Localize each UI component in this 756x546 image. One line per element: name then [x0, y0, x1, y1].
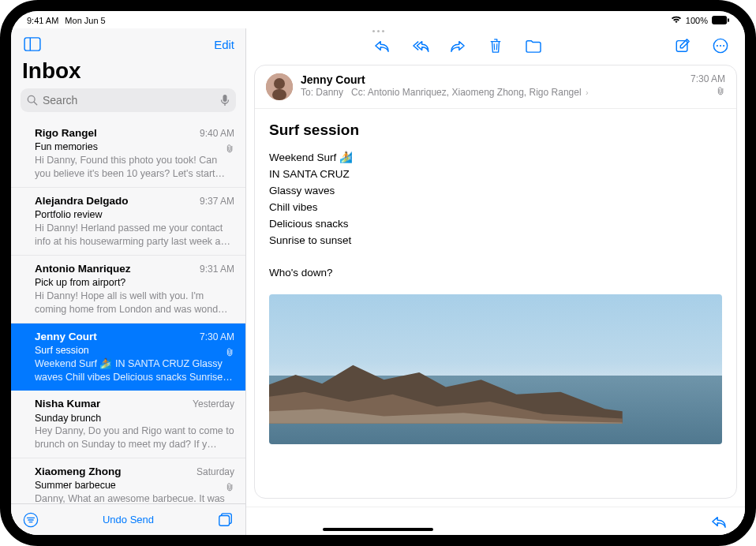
- message-sender: Rigo Rangel: [35, 126, 97, 140]
- chevron-right-icon: ›: [586, 88, 589, 97]
- message-row[interactable]: Jenny Court7:30 AMSurf sessionWeekend Su…: [11, 323, 245, 391]
- search-input[interactable]: [43, 94, 215, 107]
- message-subject: Fun memories: [35, 140, 234, 154]
- mail-time: 7:30 AM: [691, 73, 725, 84]
- status-time: 9:41 AM: [27, 16, 58, 25]
- message-subject: Surf session: [35, 344, 234, 357]
- svg-point-18: [717, 45, 718, 47]
- attachment-icon: [226, 347, 234, 361]
- reply-all-button[interactable]: [410, 36, 430, 56]
- compose-button[interactable]: [672, 36, 693, 56]
- status-date: Mon Jun 5: [65, 16, 105, 25]
- message-preview: Danny, What an awesome barbecue. It was …: [35, 492, 234, 503]
- detail-toolbar: [246, 32, 745, 60]
- message-row[interactable]: Rigo Rangel9:40 AMFun memoriesHi Danny, …: [11, 120, 245, 188]
- message-subject: Summer barbecue: [35, 479, 234, 492]
- battery-pct: 100%: [686, 16, 708, 25]
- message-preview: Hi Danny, Found this photo you took! Can…: [35, 154, 234, 181]
- mail-header[interactable]: Jenny Court To: Danny Cc: Antonio Manriq…: [255, 65, 736, 109]
- mail-subject: Surf session: [255, 109, 736, 142]
- message-preview: Hi Danny! Herland passed me your contact…: [35, 222, 234, 249]
- svg-point-20: [723, 45, 724, 47]
- message-subject: Portfolio review: [35, 208, 234, 222]
- recipients-line[interactable]: To: Danny Cc: Antonio Manriquez, Xiaomen…: [301, 87, 683, 98]
- message-sender: Xiaomeng Zhong: [35, 465, 122, 479]
- detail-bottom-bar: [246, 507, 745, 535]
- message-row[interactable]: Xiaomeng ZhongSaturdaySummer barbecueDan…: [11, 458, 245, 503]
- message-row[interactable]: Antonio Manriquez9:31 AMPick up from air…: [11, 256, 245, 323]
- mail-body: Weekend Surf 🏄IN SANTA CRUZGlassy wavesC…: [255, 142, 736, 290]
- message-time: Saturday: [196, 466, 234, 478]
- reply-button[interactable]: [372, 36, 392, 56]
- message-preview: Hi Danny! Hope all is well with you. I'm…: [35, 290, 234, 316]
- wifi-icon: [671, 16, 682, 25]
- message-subject: Sunday brunch: [35, 412, 234, 425]
- svg-point-19: [720, 45, 721, 47]
- attachment-icon: [226, 482, 234, 496]
- sidebar-toggle-button[interactable]: [22, 34, 43, 54]
- reply-bottom-button[interactable]: [709, 511, 729, 532]
- avatar[interactable]: [266, 73, 293, 100]
- svg-rect-6: [223, 95, 227, 102]
- home-indicator[interactable]: [323, 528, 433, 531]
- forward-button[interactable]: [447, 36, 468, 56]
- message-preview: Weekend Surf 🏄 IN SANTA CRUZ Glassy wave…: [35, 357, 234, 384]
- message-subject: Pick up from airport?: [35, 276, 234, 290]
- message-time: 9:37 AM: [200, 195, 234, 208]
- message-preview: Hey Danny, Do you and Rigo want to come …: [35, 424, 234, 451]
- message-sender: Nisha Kumar: [35, 397, 100, 411]
- more-button[interactable]: [710, 36, 731, 56]
- message-time: 9:31 AM: [200, 263, 234, 275]
- svg-rect-1: [728, 18, 729, 22]
- undo-send-button[interactable]: Undo Send: [103, 514, 154, 525]
- message-sender: Antonio Manriquez: [35, 262, 131, 276]
- svg-rect-0: [712, 16, 726, 24]
- search-icon: [27, 95, 38, 106]
- svg-point-22: [274, 78, 285, 89]
- mail-detail-pane: Jenny Court To: Danny Cc: Antonio Manriq…: [246, 28, 745, 535]
- battery-icon: [712, 16, 729, 26]
- svg-rect-2: [24, 38, 40, 50]
- message-row[interactable]: Nisha KumarYesterdaySunday brunchHey Dan…: [11, 391, 245, 458]
- svg-line-5: [34, 102, 37, 105]
- attachment-icon: [691, 87, 725, 98]
- move-button[interactable]: [523, 36, 544, 56]
- message-time: Yesterday: [193, 398, 234, 410]
- dictation-icon[interactable]: [220, 94, 230, 107]
- compose-window-button[interactable]: [215, 510, 236, 530]
- attachment-icon: [226, 144, 234, 157]
- edit-button[interactable]: Edit: [214, 38, 234, 51]
- message-row[interactable]: Alejandra Delgado9:37 AMPortfolio review…: [11, 188, 245, 256]
- message-time: 7:30 AM: [200, 331, 234, 343]
- search-field[interactable]: [21, 88, 236, 112]
- inbox-title: Inbox: [11, 57, 245, 88]
- status-bar: 9:41 AM Mon Jun 5 100%: [11, 11, 745, 28]
- trash-button[interactable]: [485, 36, 506, 56]
- inbox-sidebar: Edit Inbox Rigo Rangel9:40 AMFun memorie…: [11, 28, 246, 535]
- multitask-indicator[interactable]: [364, 30, 392, 33]
- mail-attachment-image[interactable]: [269, 294, 722, 444]
- message-sender: Jenny Court: [35, 330, 97, 344]
- svg-rect-16: [676, 41, 687, 52]
- message-list[interactable]: Rigo Rangel9:40 AMFun memoriesHi Danny, …: [11, 120, 245, 503]
- message-time: 9:40 AM: [200, 127, 234, 140]
- filter-button[interactable]: [21, 510, 41, 530]
- from-name: Jenny Court: [301, 73, 683, 86]
- message-sender: Alejandra Delgado: [35, 194, 129, 208]
- svg-rect-23: [272, 89, 286, 100]
- svg-rect-13: [219, 515, 230, 525]
